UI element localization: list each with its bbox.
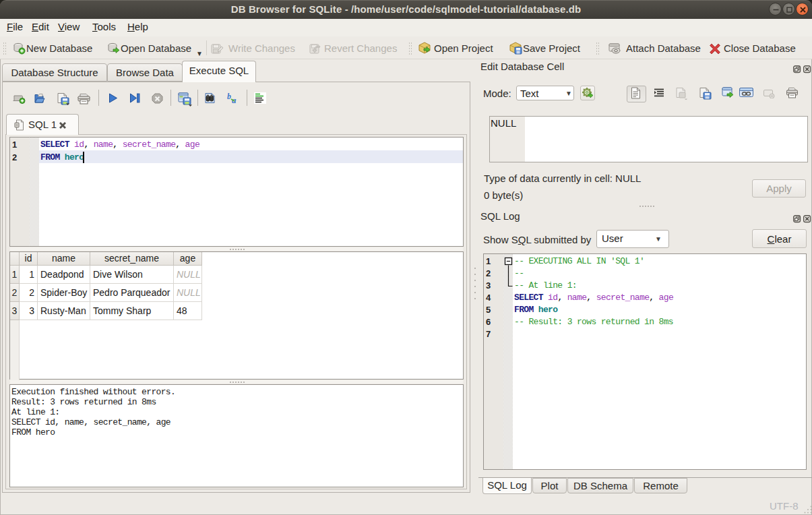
svg-text:b: b	[227, 92, 231, 101]
